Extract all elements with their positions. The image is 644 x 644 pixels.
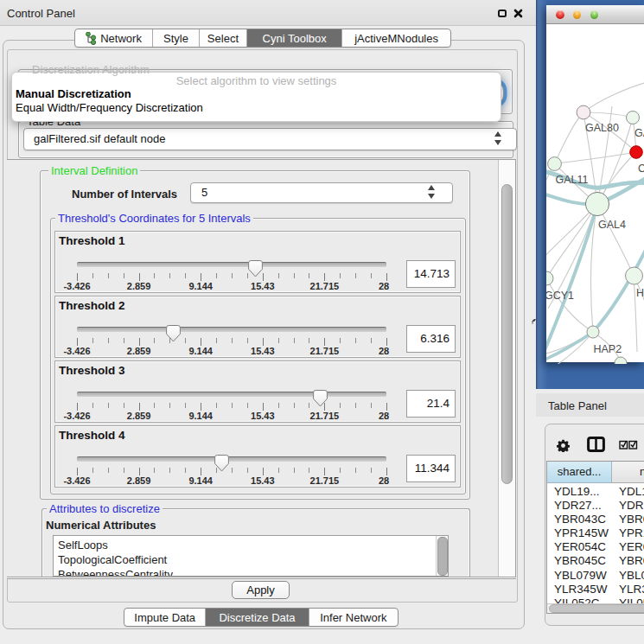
svg-text:HAP2: HAP2	[594, 343, 622, 355]
svg-text:GAL4: GAL4	[598, 219, 626, 231]
svg-text:C: C	[638, 163, 644, 175]
svg-text:GAL80: GAL80	[585, 122, 619, 134]
svg-text:GAL11: GAL11	[556, 174, 589, 186]
svg-text:GCY1: GCY1	[546, 290, 574, 302]
svg-text:H: H	[636, 287, 644, 299]
svg-text:GA: GA	[634, 127, 644, 139]
